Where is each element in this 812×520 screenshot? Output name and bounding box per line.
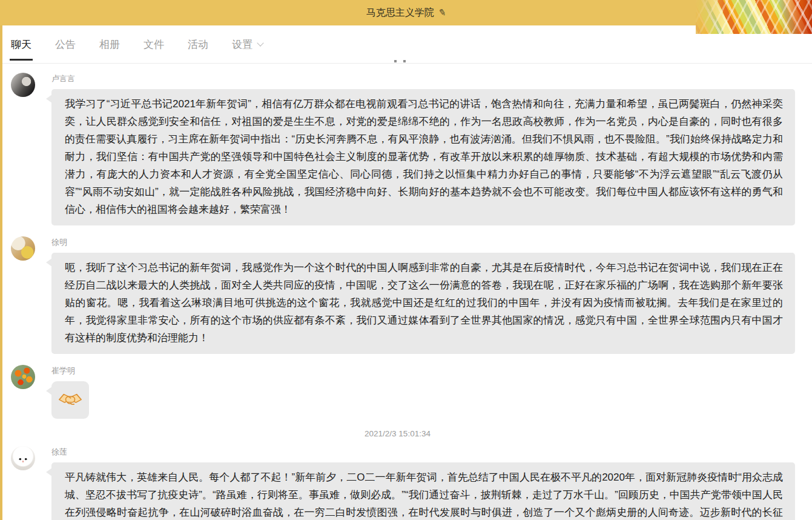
message-row: 卢言言我学习了“习近平总书记2021年新年贺词”，相信有亿万群众都在电视前观看习… xyxy=(0,72,795,225)
tab-公告[interactable]: 公告 xyxy=(55,25,76,63)
tab-设置[interactable]: 设置 xyxy=(232,25,263,63)
tab-活动[interactable]: 活动 xyxy=(188,25,208,63)
handshake-icon xyxy=(58,388,82,412)
tab-label: 聊天 xyxy=(11,38,31,52)
message-bubble: 呃，我听了这个习总书记的新年贺词，我感觉作为一个这个时代的中国人啊感到非常的自豪… xyxy=(51,253,795,354)
tab-label: 文件 xyxy=(144,38,164,52)
chat-area: 卢言言我学习了“习近平总书记2021年新年贺词”，相信有亿万群众都在电视前观看习… xyxy=(0,64,812,520)
left-accent-strip xyxy=(0,25,2,520)
avatar-tea-photo[interactable] xyxy=(11,236,35,261)
tab-label: 公告 xyxy=(55,38,76,52)
tab-bar: 聊天公告相册文件活动设置 xyxy=(0,25,812,64)
corner-decoration-image xyxy=(696,0,812,34)
message-bubble: 我学习了“习近平总书记2021年新年贺词”，相信有亿万群众都在电视前观看习总书记… xyxy=(51,89,795,225)
tab-聊天[interactable]: 聊天 xyxy=(11,25,31,63)
clipped-timestamp-fragment xyxy=(394,60,412,63)
timestamp: 2021/2/3 15:01:34 xyxy=(0,429,795,438)
author-name: 徐明 xyxy=(51,236,795,248)
group-header: 马克思主义学院 ✎ xyxy=(0,0,812,25)
tab-文件[interactable]: 文件 xyxy=(144,25,164,63)
author-name: 崔学明 xyxy=(51,364,795,376)
tab-label: 设置 xyxy=(232,38,253,52)
avatar-white-cat[interactable] xyxy=(11,446,35,470)
tab-相册[interactable]: 相册 xyxy=(99,25,120,63)
avatar-orange-flowers[interactable] xyxy=(11,365,35,389)
group-title-wrap: 马克思主义学院 ✎ xyxy=(366,0,446,25)
page-title: 马克思主义学院 xyxy=(366,7,434,19)
message-list: 卢言言我学习了“习近平总书记2021年新年贺词”，相信有亿万群众都在电视前观看习… xyxy=(0,72,795,520)
message-bubble xyxy=(51,381,89,419)
author-name: 卢言言 xyxy=(51,72,795,84)
message-row: 崔学明 xyxy=(0,364,795,419)
chevron-down-icon xyxy=(257,39,263,46)
message-row: 徐莲平凡铸就伟大，英雄来自人民。每个人都了不起！”新年前夕，二O二一年新年贺词，… xyxy=(0,445,795,520)
author-name: 徐莲 xyxy=(51,445,795,458)
message-row: 徐明呃，我听了这个习总书记的新年贺词，我感觉作为一个这个时代的中国人啊感到非常的… xyxy=(0,236,795,354)
avatar-portrait-bw[interactable] xyxy=(11,73,35,97)
edit-icon[interactable]: ✎ xyxy=(437,7,447,19)
message-bubble: 平凡铸就伟大，英雄来自人民。每个人都了不起！”新年前夕，二O二一年新年贺词，首先… xyxy=(51,462,795,520)
tab-label: 活动 xyxy=(188,38,208,52)
tab-label: 相册 xyxy=(99,38,120,52)
